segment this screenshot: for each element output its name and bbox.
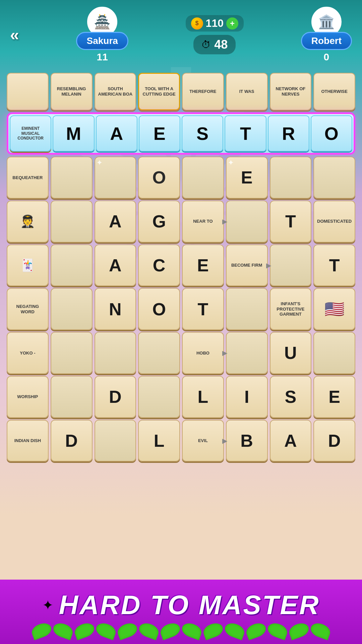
row3-c6: E ✦ <box>226 157 268 199</box>
clue-tile-5: IT WAS <box>226 73 268 110</box>
player2-score: 0 <box>324 51 329 63</box>
row7-c4 <box>138 332 180 374</box>
row6-c3: N <box>95 288 136 330</box>
maestro-letter-T: T <box>225 115 266 152</box>
row3-c3: ✦ <box>95 157 136 199</box>
row9-c2: D <box>51 420 93 462</box>
row8-c8: E <box>313 376 355 418</box>
clue-tile-2: SOUTH AMERICAN BOA <box>95 73 136 110</box>
row3-c2 <box>51 157 93 199</box>
row9-c8: D <box>313 420 355 462</box>
row4-icon: 🧑‍✈️ <box>7 201 49 243</box>
player2-section: 🏛️ Robert 0 <box>301 7 352 63</box>
row6-c4: O <box>138 288 180 330</box>
coin-amount: 110 <box>206 17 224 30</box>
row9-evil: EVIL ▶ <box>182 420 224 462</box>
row7-yoko: YOKO - <box>7 332 49 374</box>
row7-c3 <box>95 332 136 374</box>
row7-c7: U <box>270 332 312 374</box>
maestro-letter-O: O <box>311 115 352 152</box>
row3-c4: O <box>138 157 180 199</box>
coin-display: $ 110 + <box>186 15 244 32</box>
maestro-letter-M: M <box>53 115 94 152</box>
center-hud: $ 110 + ⏱ 48 <box>186 15 244 54</box>
clue-tile-4: THEREFORE <box>182 73 224 110</box>
row6-c5: T <box>182 288 224 330</box>
clue-tile-6: NETWORK OF NERVES <box>270 73 312 110</box>
row8-c6: I <box>226 376 268 418</box>
row7-hobo: HOBO ▶ <box>182 332 224 374</box>
bottom-banner: ✦ HARD TO MASTER <box>0 580 362 644</box>
row8-c2 <box>51 376 93 418</box>
row4-c6 <box>226 201 268 243</box>
player1-score: 11 <box>97 51 108 63</box>
maestro-letter-S: S <box>182 115 223 152</box>
row6-flag: 🇺🇸 <box>313 288 355 330</box>
row7-c6 <box>226 332 268 374</box>
row5-c7 <box>270 245 312 286</box>
row5-c4: C <box>138 245 180 286</box>
clue-tile-0 <box>7 73 49 110</box>
row5-become-firm: BECOME FIRM ▶ <box>226 245 268 286</box>
row3-clue: BEQUEATHER <box>7 157 49 199</box>
timer-icon: ⏱ <box>201 39 211 50</box>
row5-icon: 🃏 <box>7 245 49 286</box>
row9-c4: L <box>138 420 180 462</box>
timer-display: ⏱ 48 <box>193 35 236 54</box>
clue-tile-7: OTHERWISE <box>313 73 355 110</box>
row9-c6: B <box>226 420 268 462</box>
row6-infant: INFANT'S PROTECTIVE GARMENT <box>270 288 312 330</box>
row8-c5: L <box>182 376 224 418</box>
leaves-decoration <box>13 624 349 637</box>
maestro-row[interactable]: EMINENT MUSICAL CONDUCTOR M A E S T R O <box>7 112 355 155</box>
row5-c3: A <box>95 245 136 286</box>
row6-c6 <box>226 288 268 330</box>
player1-name: Sakura <box>76 32 128 50</box>
row3-c7 <box>270 157 312 199</box>
row6-negating: NEGATING WORD <box>7 288 49 330</box>
row9-c3 <box>95 420 136 462</box>
row4-c4: G <box>138 201 180 243</box>
row9-indian: INDIAN DISH <box>7 420 49 462</box>
clue-tile-1: RESEMBLING MELANIN <box>51 73 93 110</box>
row4-domesticated: DOMESTICATED <box>313 201 355 243</box>
row4-c7: T <box>270 201 312 243</box>
player1-section: 🏯 Sakura 11 <box>76 7 128 63</box>
maestro-letter-R: R <box>268 115 309 152</box>
row7-c2 <box>51 332 93 374</box>
row5-c5: E <box>182 245 224 286</box>
row9-c7: A <box>270 420 312 462</box>
row8-c4 <box>138 376 180 418</box>
coin-icon: $ <box>191 17 203 30</box>
maestro-letter-A: A <box>96 115 137 152</box>
row8-c7: S <box>270 376 312 418</box>
banner-text: HARD TO MASTER <box>59 590 320 621</box>
maestro-clue-tile: EMINENT MUSICAL CONDUCTOR <box>10 115 51 152</box>
row5-c2 <box>51 245 93 286</box>
player2-name: Robert <box>301 32 352 50</box>
row7-c8 <box>313 332 355 374</box>
back-button[interactable]: « <box>10 25 19 44</box>
row4-c2 <box>51 201 93 243</box>
sparkle-left: ✦ <box>42 597 54 613</box>
row6-c2 <box>51 288 93 330</box>
row8-c3: D <box>95 376 136 418</box>
row4-c3: A <box>95 201 136 243</box>
row5-c8: T <box>313 245 355 286</box>
row8-worship: WORSHIP <box>7 376 49 418</box>
clue-tile-3[interactable]: TOOL WITH A CUTTING EDGE <box>138 73 180 110</box>
row4-nearto: NEAR TO ▶ <box>182 201 224 243</box>
maestro-letter-E: E <box>139 115 180 152</box>
row3-c8 <box>313 157 355 199</box>
row3-c5 <box>182 157 224 199</box>
timer-value: 48 <box>214 38 228 52</box>
add-coins-button[interactable]: + <box>226 17 238 30</box>
